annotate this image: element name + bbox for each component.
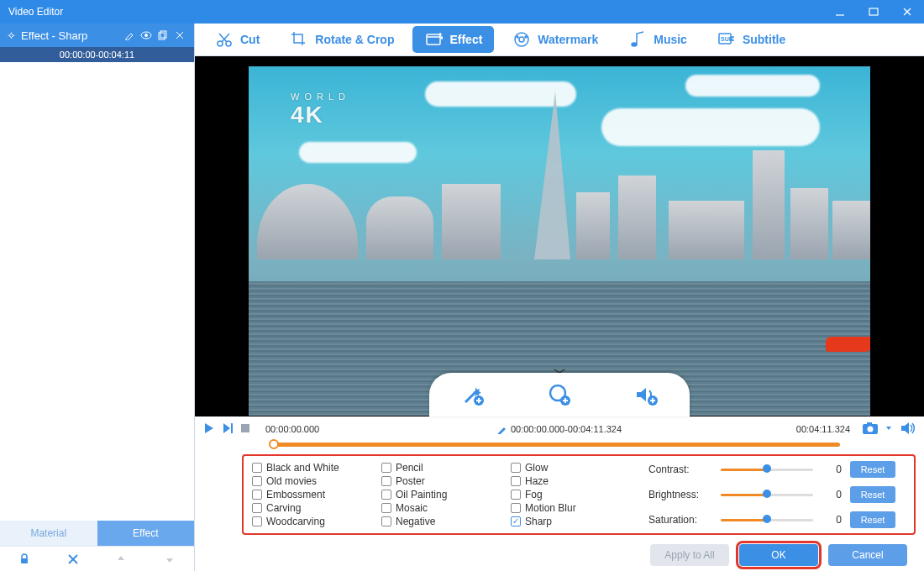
checkbox-icon xyxy=(381,516,391,526)
effect-fog[interactable]: Fog xyxy=(511,488,628,501)
svg-point-42 xyxy=(868,426,874,432)
close-icon[interactable] xyxy=(172,28,187,43)
effect-label: Woodcarving xyxy=(266,516,325,527)
snapshot-button[interactable] xyxy=(862,422,879,437)
watermark-icon xyxy=(512,30,531,49)
effect-label: Haze xyxy=(525,475,549,487)
sidebar-toolbar xyxy=(0,546,194,571)
effect-carving[interactable]: Carving xyxy=(252,501,370,515)
effect-label: Old movies xyxy=(266,475,317,487)
svg-point-24 xyxy=(525,36,527,38)
slider-track[interactable] xyxy=(721,517,813,522)
cut-button[interactable]: Cut xyxy=(203,26,271,53)
move-down-icon[interactable] xyxy=(145,554,194,564)
checkbox-icon xyxy=(511,503,521,513)
effect-label: Glow xyxy=(525,462,548,474)
effect-black-and-white[interactable]: Black and White xyxy=(252,461,370,474)
effect-label: Sharp xyxy=(525,516,552,527)
sidebar-header: ✧ Effect - Sharp xyxy=(0,24,194,47)
svg-point-25 xyxy=(632,43,637,46)
sidebar-tabs: Material Effect xyxy=(0,521,194,546)
checkbox-icon xyxy=(381,476,391,486)
delete-icon[interactable] xyxy=(49,554,97,564)
effect-haze[interactable]: Haze xyxy=(511,474,628,488)
stop-button[interactable] xyxy=(240,423,250,435)
magic-wand-button[interactable] xyxy=(457,379,489,411)
slider-label: Brightness: xyxy=(648,489,712,500)
svg-point-19 xyxy=(439,34,441,35)
time-end: 00:04:11.324 xyxy=(796,424,850,434)
watermark-button[interactable]: Watermark xyxy=(501,26,610,53)
effect-mosaic[interactable]: Mosaic xyxy=(381,501,499,515)
effect-oil-painting[interactable]: Oil Painting xyxy=(381,488,499,501)
effect-icon xyxy=(424,30,443,49)
tab-material[interactable]: Material xyxy=(0,521,97,546)
lock-icon[interactable] xyxy=(0,553,49,565)
boat-graphic xyxy=(826,337,870,352)
svg-rect-40 xyxy=(241,424,249,432)
music-icon xyxy=(628,30,647,49)
subtitle-icon: SUB xyxy=(717,30,736,49)
subtitle-button[interactable]: SUB Subtitle xyxy=(706,26,797,53)
floating-controls xyxy=(429,373,690,416)
edit-icon[interactable] xyxy=(497,424,507,434)
effect-button[interactable]: Effect xyxy=(412,26,494,53)
slider-row: Contrast:0Reset xyxy=(648,461,906,478)
effect-negative[interactable]: Negative xyxy=(381,515,499,528)
checkbox-icon xyxy=(381,463,391,473)
eye-icon[interactable] xyxy=(139,28,154,43)
rotate-crop-button[interactable]: Rotate & Crop xyxy=(278,26,406,53)
video-preview[interactable]: WORLD 4K xyxy=(249,66,870,416)
effect-poster[interactable]: Poster xyxy=(381,474,499,488)
apply-to-all-button[interactable]: Apply to All xyxy=(650,544,729,566)
reset-button[interactable]: Reset xyxy=(850,511,895,528)
reset-button[interactable]: Reset xyxy=(850,461,895,478)
slider-row: Saturation:0Reset xyxy=(648,511,906,528)
time-start: 00:00:00.000 xyxy=(265,424,319,434)
clip-range[interactable]: 00:00:00-00:04:11 xyxy=(0,47,194,62)
effect-label: Fog xyxy=(525,489,543,500)
tab-effect[interactable]: Effect xyxy=(97,521,195,546)
close-button[interactable] xyxy=(890,0,924,24)
copy-icon[interactable] xyxy=(155,28,171,43)
svg-rect-39 xyxy=(231,423,233,433)
slider-value: 0 xyxy=(822,514,842,526)
effect-sharp[interactable]: Sharp xyxy=(511,515,628,528)
slider-track[interactable] xyxy=(721,492,813,497)
zoom-add-button[interactable] xyxy=(543,379,575,411)
step-button[interactable] xyxy=(222,422,234,436)
effect-old-movies[interactable]: Old movies xyxy=(252,474,370,488)
cut-icon xyxy=(215,30,234,49)
slider-track[interactable] xyxy=(721,467,813,472)
maximize-button[interactable] xyxy=(857,0,890,24)
effect-woodcarving[interactable]: Woodcarving xyxy=(252,515,370,528)
play-button[interactable] xyxy=(203,422,215,436)
audio-add-button[interactable] xyxy=(630,379,662,411)
dialog-buttons: Apply to All OK Cancel xyxy=(195,538,924,571)
slider-value: 0 xyxy=(822,489,842,500)
music-button[interactable]: Music xyxy=(617,26,699,53)
minimize-button[interactable] xyxy=(823,0,857,24)
move-up-icon[interactable] xyxy=(97,554,146,564)
main-toolbar: Cut Rotate & Crop Effect Watermark Music… xyxy=(195,24,924,56)
cancel-button[interactable]: Cancel xyxy=(828,544,907,566)
effect-label: Pencil xyxy=(396,462,423,474)
svg-rect-17 xyxy=(427,34,440,45)
ok-button[interactable]: OK xyxy=(739,544,818,566)
effect-embossment[interactable]: Embossment xyxy=(252,488,370,501)
effect-label: Negative xyxy=(396,516,435,527)
dropdown-icon[interactable] xyxy=(885,423,892,435)
effect-pencil[interactable]: Pencil xyxy=(381,461,499,474)
effect-label: Embossment xyxy=(266,489,325,500)
volume-button[interactable] xyxy=(900,422,916,437)
slider-label: Saturation: xyxy=(648,514,712,526)
checkbox-icon xyxy=(511,476,521,486)
checkbox-icon xyxy=(381,490,391,500)
effect-motion-blur[interactable]: Motion Blur xyxy=(511,501,628,515)
seek-bar[interactable] xyxy=(195,441,924,449)
reset-button[interactable]: Reset xyxy=(850,486,895,503)
edit-icon[interactable] xyxy=(122,28,137,43)
checkbox-icon xyxy=(252,516,262,526)
effect-label: Mosaic xyxy=(396,502,428,514)
effect-glow[interactable]: Glow xyxy=(511,461,628,474)
